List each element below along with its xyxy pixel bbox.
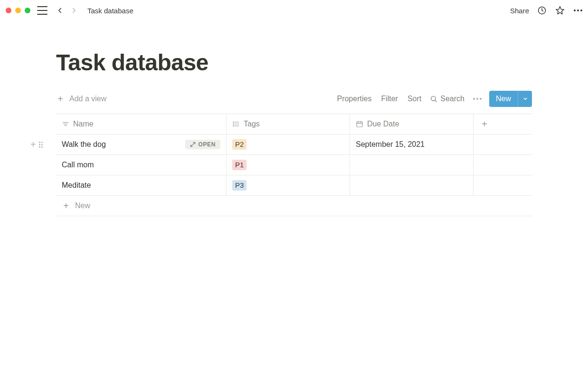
add-column-button[interactable]: + xyxy=(474,114,495,134)
plus-icon: + xyxy=(56,95,65,103)
column-label: Due Date xyxy=(367,120,399,128)
calendar-icon xyxy=(356,120,363,128)
traffic-lights xyxy=(6,8,30,13)
search-icon xyxy=(430,95,437,103)
svg-marker-1 xyxy=(556,7,564,14)
expand-icon xyxy=(190,142,196,147)
database-table: Name Tags Due Date + +Walk the dogOPENP2… xyxy=(56,114,532,216)
nav-back-icon[interactable] xyxy=(55,6,65,15)
toolbar-more-icon[interactable] xyxy=(468,98,486,100)
drag-handle-icon[interactable] xyxy=(39,142,43,148)
search-label: Search xyxy=(440,95,465,103)
cell-tags[interactable]: P2 xyxy=(227,134,350,154)
sidebar-toggle-icon[interactable] xyxy=(37,6,47,15)
cell-name[interactable]: Meditate xyxy=(56,175,227,195)
cell-tags[interactable]: P1 xyxy=(227,155,350,175)
svg-line-3 xyxy=(435,100,436,102)
minimize-window-icon[interactable] xyxy=(15,8,21,13)
zoom-window-icon[interactable] xyxy=(25,8,30,13)
window-titlebar: Task database Share xyxy=(0,0,588,21)
svg-rect-10 xyxy=(357,122,362,127)
filter-button[interactable]: Filter xyxy=(376,95,403,103)
task-name: Meditate xyxy=(62,181,91,190)
page-body: Task database + Add a view Properties Fi… xyxy=(0,21,588,216)
row-handles: + xyxy=(30,134,43,154)
open-label: OPEN xyxy=(199,141,216,148)
svg-point-8 xyxy=(233,124,234,124)
sort-button[interactable]: Sort xyxy=(403,95,426,103)
new-row-label: New xyxy=(75,202,90,210)
column-label: Name xyxy=(73,120,94,128)
add-row-icon[interactable]: + xyxy=(30,140,36,149)
text-icon xyxy=(62,120,69,128)
tag-badge: P1 xyxy=(232,160,247,170)
column-header-name[interactable]: Name xyxy=(56,114,227,134)
due-date-value: September 15, 2021 xyxy=(356,140,425,149)
add-view-label: Add a view xyxy=(69,95,106,103)
task-name: Call mom xyxy=(62,161,94,169)
table-header-row: Name Tags Due Date + xyxy=(56,114,532,134)
open-row-button[interactable]: OPEN xyxy=(185,140,220,149)
favorite-icon[interactable] xyxy=(555,5,565,16)
table-row[interactable]: MeditateP3 xyxy=(56,175,532,196)
table-row[interactable]: Call momP1 xyxy=(56,155,532,175)
column-label: Tags xyxy=(244,120,260,128)
breadcrumb[interactable]: Task database xyxy=(87,7,133,15)
share-button[interactable]: Share xyxy=(510,7,529,15)
page-more-icon[interactable] xyxy=(573,5,583,16)
new-button[interactable]: New xyxy=(489,91,532,107)
new-button-label: New xyxy=(489,92,518,106)
database-toolbar: + Add a view Properties Filter Sort Sear… xyxy=(56,89,532,109)
updates-icon[interactable] xyxy=(537,5,547,16)
close-window-icon[interactable] xyxy=(6,8,11,13)
plus-icon: + xyxy=(482,119,487,129)
cell-tags[interactable]: P3 xyxy=(227,175,350,195)
tag-badge: P3 xyxy=(232,180,247,191)
cell-due-date[interactable] xyxy=(350,175,474,195)
list-icon xyxy=(232,120,240,128)
svg-point-7 xyxy=(233,122,234,122)
page-title[interactable]: Task database xyxy=(56,49,532,76)
nav-forward-icon xyxy=(69,6,79,15)
cell-due-date[interactable]: September 15, 2021 xyxy=(350,134,474,154)
plus-icon: + xyxy=(62,202,70,210)
tag-badge: P2 xyxy=(232,139,247,150)
svg-point-2 xyxy=(431,96,436,101)
svg-line-15 xyxy=(190,145,192,147)
table-row[interactable]: +Walk the dogOPENP2September 15, 2021 xyxy=(56,134,532,155)
chevron-down-icon[interactable] xyxy=(518,91,532,107)
cell-empty xyxy=(474,134,495,154)
task-name: Walk the dog xyxy=(62,140,106,149)
nav-arrows xyxy=(55,6,79,15)
add-view-button[interactable]: + Add a view xyxy=(56,95,106,103)
column-header-due[interactable]: Due Date xyxy=(350,114,474,134)
properties-button[interactable]: Properties xyxy=(332,95,376,103)
cell-name[interactable]: Call mom xyxy=(56,155,227,175)
search-button[interactable]: Search xyxy=(426,95,468,103)
cell-empty xyxy=(474,175,495,195)
column-header-tags[interactable]: Tags xyxy=(227,114,350,134)
svg-line-14 xyxy=(193,143,195,144)
cell-due-date[interactable] xyxy=(350,155,474,175)
new-row-button[interactable]: + New xyxy=(56,196,532,216)
svg-point-9 xyxy=(233,125,234,126)
cell-empty xyxy=(474,155,495,175)
cell-name[interactable]: Walk the dogOPEN xyxy=(56,134,227,154)
